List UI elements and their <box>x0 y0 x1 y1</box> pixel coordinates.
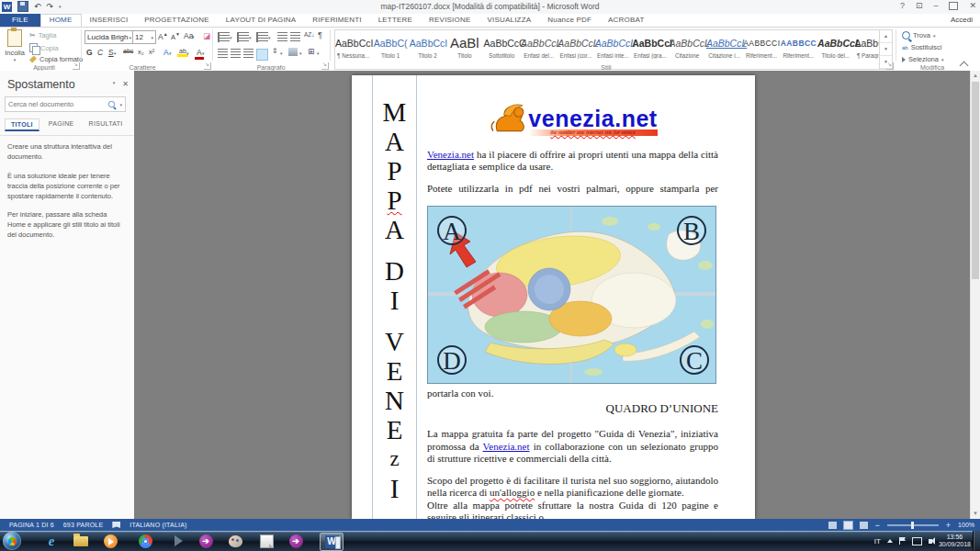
sign-in-link[interactable]: Accedi <box>951 16 973 24</box>
ribbon-tab[interactable]: FILE <box>0 14 40 27</box>
scrollbar-thumb[interactable] <box>972 82 979 279</box>
font-dialog-launcher[interactable]: ↘ <box>204 62 211 70</box>
taskbar-chrome[interactable] <box>134 533 156 549</box>
subscript-button[interactable]: x₂ <box>136 48 146 56</box>
numbering-icon[interactable] <box>237 32 249 42</box>
ribbon-tab[interactable]: LETTERE <box>370 14 421 27</box>
italic-button[interactable]: C <box>96 48 105 57</box>
start-button[interactable] <box>3 532 21 550</box>
zoom-in-icon[interactable]: + <box>946 522 951 529</box>
vertical-scrollbar[interactable]: ▲ ▼ <box>970 71 980 519</box>
decrease-indent-icon[interactable] <box>277 32 287 42</box>
ribbon-tab[interactable]: REVISIONE <box>421 14 479 27</box>
style-item[interactable]: AaBbCcL Citazione <box>670 30 706 69</box>
ribbon-tab[interactable]: LAYOUT DI PAGINA <box>218 14 305 27</box>
taskbar-nuance-pdf-2[interactable]: ➔ <box>285 533 307 549</box>
taskbar-nuance-pdf[interactable]: ➔ <box>195 533 217 549</box>
venezia-net-link[interactable]: Venezia.net <box>427 149 474 160</box>
font-size-combo[interactable]: 12▾ <box>132 30 156 44</box>
grow-font-button[interactable]: A▲ <box>156 31 170 41</box>
style-item[interactable]: AaBbCcC Sottotitolo <box>484 30 521 69</box>
language-indicator[interactable]: ITALIANO (ITALIA) <box>130 522 186 528</box>
style-item[interactable]: AaBbCcL Citazione i... <box>706 30 743 69</box>
nav-tab[interactable]: RISULTATI <box>84 118 129 131</box>
search-input[interactable] <box>6 100 107 108</box>
clipboard-dialog-launcher[interactable]: ↘ <box>73 62 80 70</box>
styles-dialog-launcher[interactable]: ↘ <box>886 62 894 70</box>
taskbar-paint[interactable] <box>224 533 246 549</box>
taskbar-word-active[interactable]: W <box>320 533 344 551</box>
align-center-icon[interactable] <box>231 49 241 59</box>
tray-clock[interactable]: 13:56 30/09/2018 <box>939 534 971 548</box>
collapse-ribbon-icon[interactable] <box>960 62 969 71</box>
ribbon-display-options-icon[interactable]: ⊡ <box>916 1 923 10</box>
tray-expand-icon[interactable] <box>887 539 893 543</box>
nav-tab[interactable]: TITOLI <box>5 118 39 131</box>
style-item[interactable]: AaBbCcI Titolo 2 <box>410 30 446 69</box>
align-left-icon[interactable] <box>218 49 228 59</box>
web-layout-icon[interactable] <box>860 522 868 529</box>
strikethrough-button[interactable]: abc <box>121 48 135 54</box>
document-search-box[interactable]: ▾ <box>5 96 126 112</box>
action-center-flag-icon[interactable] <box>899 537 906 545</box>
multilevel-list-icon[interactable] <box>256 32 268 42</box>
align-right-icon[interactable] <box>243 49 253 59</box>
zoom-slider[interactable] <box>887 524 939 526</box>
minimize-button[interactable]: – <box>933 1 938 10</box>
proofing-icon[interactable] <box>112 522 120 528</box>
taskbar-send-arrow[interactable] <box>167 533 189 549</box>
taskbar-media-player[interactable] <box>99 533 121 549</box>
styles-scroll-down-icon[interactable]: ▼ <box>880 43 892 56</box>
nav-tab[interactable]: PAGINE <box>43 118 80 131</box>
scroll-up-icon[interactable]: ▲ <box>971 71 980 81</box>
style-item[interactable]: AABBCCI Riferiment... <box>743 30 780 69</box>
ribbon-tab[interactable]: Nuance PDF <box>539 14 600 27</box>
close-button[interactable]: ✕ <box>969 1 976 10</box>
keyboard-language[interactable]: IT <box>874 537 881 545</box>
paste-button[interactable]: Incolla ▾ <box>3 29 27 68</box>
scroll-down-icon[interactable]: ▼ <box>971 509 980 519</box>
zoom-level[interactable]: 100% <box>958 522 974 528</box>
style-item[interactable]: AaBbCcL Enfasi del... <box>521 30 558 69</box>
paragraph-dialog-launcher[interactable]: ↘ <box>321 62 329 70</box>
zoom-slider-thumb[interactable] <box>911 522 914 529</box>
sort-icon[interactable]: AZ↓ <box>304 31 315 38</box>
taskbar-internet-explorer[interactable]: e <box>40 533 62 549</box>
style-item[interactable]: AaBl Titolo <box>446 30 483 69</box>
style-item[interactable]: AABBCC Riferiment... <box>781 30 817 69</box>
styles-scroll-up-icon[interactable]: ▲ <box>880 30 892 43</box>
ribbon-tab[interactable]: HOME <box>40 14 82 27</box>
restore-button[interactable] <box>949 2 958 10</box>
style-item[interactable]: AaBbCcI ¶ Nessuna... <box>335 30 372 69</box>
font-name-combo[interactable]: Lucida Brigh▾ <box>84 30 134 44</box>
shrink-font-button[interactable]: A▼ <box>169 31 182 41</box>
line-spacing-icon[interactable]: ⇕ <box>272 47 278 55</box>
ribbon-tab[interactable]: INSERISCI <box>82 14 137 27</box>
increase-indent-icon[interactable] <box>290 32 300 42</box>
superscript-button[interactable]: x² <box>147 48 156 56</box>
style-item[interactable]: AaBbCcL Enfasi (cor... <box>558 30 594 69</box>
bold-button[interactable]: G <box>84 48 95 57</box>
search-options-icon[interactable]: ▾ <box>119 102 122 107</box>
taskbar-sticky-notes[interactable] <box>255 533 277 549</box>
help-icon[interactable]: ? <box>900 1 905 10</box>
zoom-out-icon[interactable]: − <box>875 522 880 529</box>
justify-icon[interactable] <box>256 49 268 61</box>
borders-icon[interactable]: ⊞ <box>308 47 315 56</box>
document-page[interactable]: MAPPADIVENEzI venezia.net the number one… <box>352 75 755 519</box>
ribbon-tab[interactable]: PROGETTAZIONE <box>136 14 217 27</box>
clear-formatting-icon[interactable]: ◪ <box>201 31 212 40</box>
speaker-icon[interactable] <box>929 539 932 544</box>
style-item[interactable]: AaBbC( Titolo 1 <box>372 30 409 69</box>
venezia-net-link-2[interactable]: Venezia.net <box>483 441 530 452</box>
nav-pane-options-icon[interactable]: ▾ <box>113 80 116 88</box>
style-item[interactable]: AaBbCcL ¶ Paragraf... <box>854 30 880 69</box>
ribbon-tab[interactable]: VISUALIZZA <box>479 14 539 27</box>
cut-button[interactable]: ✂Taglia <box>29 31 56 39</box>
style-item[interactable]: AaBbCcL Enfasi inte... <box>595 30 632 69</box>
word-count[interactable]: 693 PAROLE <box>63 522 104 528</box>
bullets-icon[interactable] <box>218 32 230 42</box>
print-layout-icon[interactable] <box>844 522 852 529</box>
ribbon-tab[interactable]: RIFERIMENTI <box>304 14 369 27</box>
copy-button[interactable]: Copia <box>29 43 59 52</box>
